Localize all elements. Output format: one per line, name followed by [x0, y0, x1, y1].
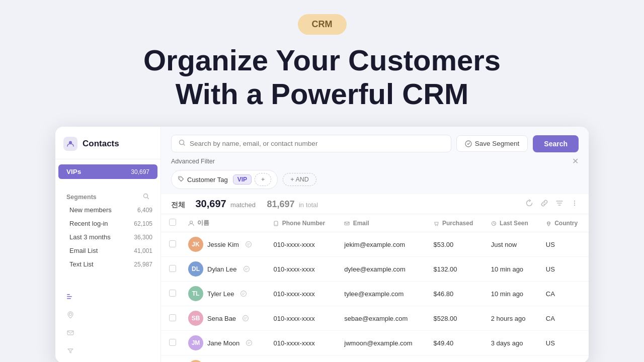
funnel-icon: [63, 344, 77, 358]
lastseen-cell: 10 min ago: [485, 257, 540, 282]
svg-point-18: [437, 225, 438, 226]
sidebar-bottom-icons: [55, 285, 160, 362]
advanced-filter-label: Advanced Filter: [171, 158, 215, 165]
segments-header: Segments: [58, 189, 157, 203]
svg-point-25: [247, 340, 252, 346]
row-checkbox: [161, 355, 182, 363]
close-filter-icon[interactable]: ✕: [572, 156, 579, 166]
row-select[interactable]: [169, 314, 176, 321]
purchased-cell: $132.00: [428, 257, 485, 282]
link-icon[interactable]: [540, 199, 548, 209]
svg-point-12: [574, 204, 575, 205]
segments-list-icon[interactable]: [63, 290, 77, 304]
email-cell: jekim@example.com: [338, 232, 427, 257]
table-row[interactable]: TL Tyler Lee 010-xxxx-xxxx tylee@example…: [161, 282, 589, 306]
crm-window: Contacts VIPs 30,697 Segments New member…: [55, 127, 589, 362]
email-cell: hyoh@example.com: [338, 355, 427, 363]
search-input[interactable]: [190, 140, 444, 147]
search-button[interactable]: Search: [533, 135, 579, 152]
segments-section: Segments New members6,409Recent log-in62…: [55, 184, 160, 276]
search-input-wrap[interactable]: [171, 135, 451, 152]
country-cell: US: [540, 257, 589, 282]
search-icon: [179, 139, 186, 148]
country-cell: CA: [540, 306, 589, 331]
svg-point-20: [547, 222, 549, 224]
filter-tags-row: Customer Tag VIP + + AND: [161, 166, 589, 194]
country-cell: US: [540, 232, 589, 257]
more-icon[interactable]: [571, 199, 579, 209]
email-sidebar-icon: [63, 326, 77, 340]
email-cell: jwmoon@example.com: [338, 331, 427, 355]
lastseen-cell: 3 days ago: [485, 331, 540, 355]
avatar: JM: [188, 335, 203, 350]
sidebar-segment-item[interactable]: Text List25,987: [55, 257, 160, 271]
row-checkbox: [161, 306, 182, 331]
sidebar-segment-item[interactable]: Last 3 months36,300: [55, 230, 160, 244]
svg-point-13: [190, 221, 193, 223]
sidebar-segment-item[interactable]: Email List41,001: [55, 244, 160, 257]
chat-icon[interactable]: [240, 290, 247, 297]
svg-point-22: [244, 266, 249, 272]
svg-point-9: [180, 177, 181, 178]
svg-point-24: [243, 316, 249, 321]
country-cell: CA: [540, 282, 589, 306]
advanced-filter-row: Advanced Filter ✕: [161, 152, 589, 166]
chat-icon[interactable]: [246, 339, 253, 346]
table-row[interactable]: DL Dylan Lee 010-xxxx-xxxx dylee@example…: [161, 257, 589, 282]
table-header-row: 이름 Phone Number Email Purchased: [161, 214, 589, 232]
matched-label: matched: [230, 201, 256, 209]
table-row[interactable]: JM Jane Moon 010-xxxx-xxxx jwmoon@exampl…: [161, 331, 589, 355]
name-col-header: 이름: [182, 214, 267, 232]
total-label: in total: [299, 201, 318, 209]
customer-tag-filter[interactable]: Customer Tag VIP +: [171, 170, 278, 189]
email-cell: tylee@example.com: [338, 282, 427, 306]
location-icon: [63, 308, 77, 322]
add-to-tag-button[interactable]: +: [255, 173, 271, 186]
lastseen-cell: Just now: [485, 355, 540, 363]
lastseen-cell: 10 min ago: [485, 282, 540, 306]
hero-title: Organize Your Customers With a Powerful …: [143, 44, 501, 111]
sidebar-header: Contacts: [55, 137, 160, 159]
select-all-checkbox[interactable]: [169, 219, 176, 226]
row-select[interactable]: [169, 339, 176, 346]
row-checkbox: [161, 331, 182, 355]
name-cell: TL Tyler Lee: [182, 282, 267, 306]
table-row[interactable]: JK Jessie Kim 010-xxxx-xxxx jekim@exampl…: [161, 232, 589, 257]
phone-cell: 010-xxxx-xxxx: [267, 355, 338, 363]
email-col-header: Email: [338, 214, 427, 232]
country-cell: US: [540, 331, 589, 355]
table-row[interactable]: HO Hayley Oh 010-xxxx-xxxx hyoh@example.…: [161, 355, 589, 363]
sidebar-segment-item[interactable]: New members6,409: [55, 203, 160, 217]
search-segments-icon[interactable]: [143, 193, 149, 201]
and-button[interactable]: + AND: [283, 173, 316, 186]
table-row[interactable]: SB Sena Bae 010-xxxx-xxxx sebae@example.…: [161, 306, 589, 331]
phone-col-header: Phone Number: [267, 214, 338, 232]
phone-cell: 010-xxxx-xxxx: [267, 282, 338, 306]
sidebar-item-vips[interactable]: VIPs 30,697: [58, 164, 157, 179]
chat-icon[interactable]: [242, 315, 249, 322]
avatar: JK: [188, 237, 203, 252]
search-bar: Save Segment Search: [161, 127, 589, 152]
name-cell: JK Jessie Kim: [182, 232, 267, 257]
refresh-icon[interactable]: [525, 199, 533, 209]
name-cell: DL Dylan Lee: [182, 257, 267, 282]
avatar: TL: [188, 286, 203, 301]
chat-icon[interactable]: [243, 265, 250, 273]
name-cell: JM Jane Moon: [182, 331, 267, 355]
segment-items: New members6,409Recent log-in62,105Last …: [55, 203, 160, 271]
lastseen-cell: 2 hours ago: [485, 306, 540, 331]
chat-icon[interactable]: [245, 241, 252, 248]
save-segment-button[interactable]: Save Segment: [456, 135, 528, 152]
filter-icon[interactable]: [555, 199, 564, 209]
row-select[interactable]: [169, 240, 176, 247]
sidebar-segment-item[interactable]: Recent log-in62,105: [55, 217, 160, 230]
svg-point-21: [246, 242, 251, 247]
row-select[interactable]: [169, 290, 176, 297]
contacts-table-wrap: 이름 Phone Number Email Purchased: [161, 214, 589, 362]
purchased-cell: $46.80: [428, 282, 485, 306]
phone-cell: 010-xxxx-xxxx: [267, 232, 338, 257]
matched-count: 30,697: [195, 198, 226, 209]
row-select[interactable]: [169, 265, 176, 272]
svg-point-10: [574, 200, 575, 201]
crm-badge: CRM: [298, 14, 347, 35]
